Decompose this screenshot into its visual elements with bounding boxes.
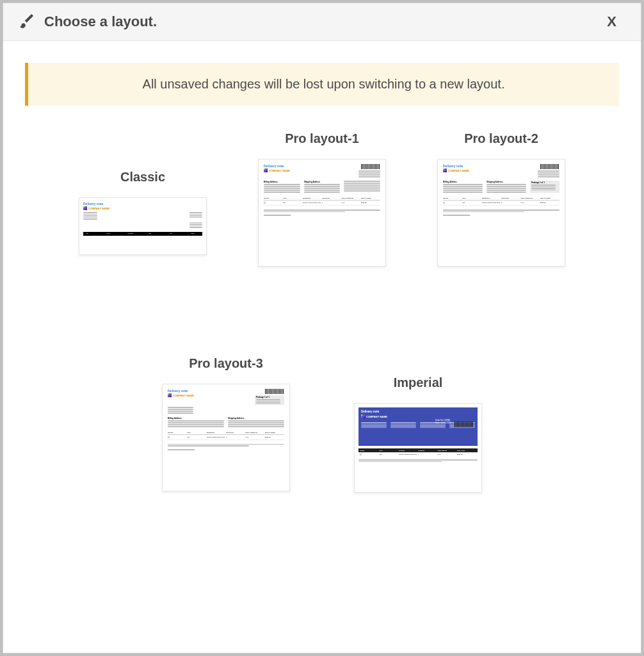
layout-option-pro-3: Pro layout-3 Delivery note COMPANY NAME … [162, 356, 290, 493]
thank-you-text [168, 449, 195, 450]
layout-option-classic: Classic Delivery note COMPANY NAME ImgSK… [79, 170, 207, 266]
layout-thumbnail-pro-2[interactable]: Delivery note COMPANY NAME Billing Addre… [437, 159, 565, 266]
paintbrush-icon [19, 12, 35, 31]
thank-you-text [264, 215, 291, 216]
layout-option-imperial: Imperial Delivery note COMPANY NAME Orde… [354, 375, 482, 493]
modal-body: All unsaved changes will be lost upon sw… [3, 41, 641, 653]
layout-thumbnail-imperial[interactable]: Delivery note COMPANY NAME Order No 1230… [354, 403, 482, 493]
barcode-icon [540, 164, 559, 169]
layout-title: Pro layout-3 [189, 356, 263, 371]
company-logo-icon [443, 168, 447, 172]
layout-picker-modal: Choose a layout. X All unsaved changes w… [3, 3, 641, 653]
layout-option-pro-2: Pro layout-2 Delivery note COMPANY NAME [437, 131, 565, 266]
close-button[interactable]: X [602, 11, 622, 33]
thank-you-text [443, 215, 470, 216]
modal-title: Choose a layout. [44, 13, 157, 30]
warning-banner: All unsaved changes will be lost upon sw… [25, 63, 619, 106]
layout-option-pro-1: Pro layout-1 Delivery note COMPANY NAME [258, 131, 386, 266]
warning-text: All unsaved changes will be lost upon sw… [41, 77, 606, 92]
company-logo-icon [361, 414, 365, 418]
company-logo-icon [168, 393, 172, 397]
layout-thumbnail-pro-3[interactable]: Delivery note COMPANY NAME Package 1 of … [162, 384, 290, 491]
barcode-icon [455, 422, 474, 427]
layout-title: Imperial [394, 375, 443, 390]
layout-thumbnail-pro-1[interactable]: Delivery note COMPANY NAME Billing Addre… [258, 159, 386, 266]
layout-thumbnail-classic[interactable]: Delivery note COMPANY NAME ImgSKUProduct… [79, 197, 207, 255]
layout-title: Pro layout-2 [464, 131, 538, 146]
layout-title: Pro layout-1 [285, 131, 359, 146]
barcode-icon [361, 164, 380, 169]
company-logo-icon [83, 206, 87, 210]
layout-title: Classic [120, 170, 165, 184]
package-box: Package 1 of 1 [255, 395, 284, 405]
barcode-icon [265, 389, 284, 394]
package-box: Package 1 of 1 [530, 181, 559, 193]
company-logo-icon [264, 168, 268, 172]
layout-grid: Classic Delivery note COMPANY NAME ImgSK… [25, 131, 619, 493]
layout-grid-row-2: Pro layout-3 Delivery note COMPANY NAME … [51, 356, 593, 493]
modal-header: Choose a layout. X [3, 3, 641, 41]
